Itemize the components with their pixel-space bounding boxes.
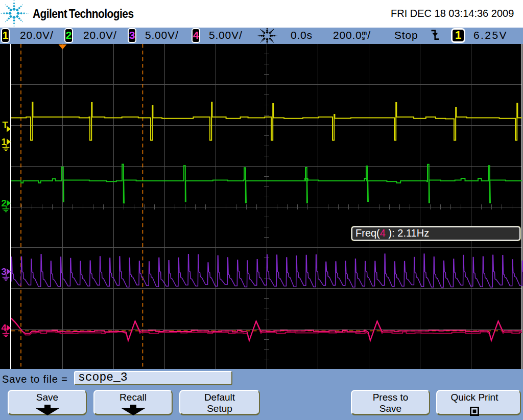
svg-text:T: T xyxy=(3,120,9,130)
